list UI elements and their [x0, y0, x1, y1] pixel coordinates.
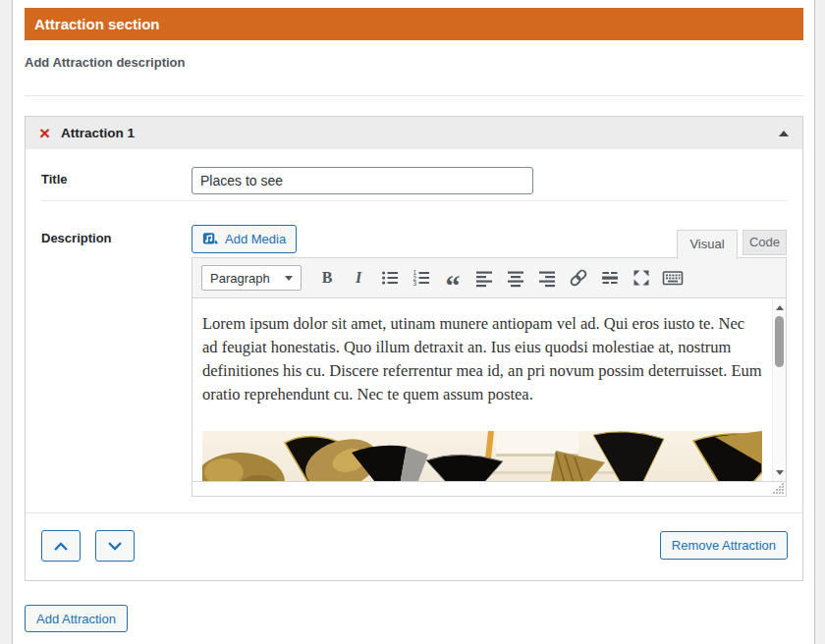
bold-button[interactable]: B — [314, 265, 340, 291]
paragraph-dropdown[interactable]: Paragraph — [201, 265, 302, 291]
divider — [26, 512, 802, 513]
media-icon — [202, 231, 219, 247]
numbered-list-button[interactable]: 1 2 3 — [409, 265, 434, 291]
embedded-image[interactable] — [202, 431, 762, 481]
attraction-panel: × Attraction 1 Title Description Add Med… — [25, 116, 803, 581]
keyboard-toggle-button[interactable] — [660, 265, 686, 291]
editor-toolbar: Paragraph B I 1 2 3 — [192, 258, 786, 298]
divider — [25, 95, 803, 96]
resize-grip-icon[interactable] — [773, 483, 784, 494]
editor-content-area[interactable]: Lorem ipsum dolor sit amet, utinam muner… — [192, 298, 772, 481]
description-field-label: Description — [41, 231, 112, 245]
italic-button[interactable]: I — [346, 265, 371, 291]
read-more-icon — [600, 268, 620, 288]
bulleted-list-button[interactable] — [377, 265, 403, 291]
carnival-fans-image — [202, 431, 762, 481]
paragraph-dropdown-label: Paragraph — [210, 271, 270, 286]
editor-statusbar — [192, 481, 786, 496]
editor-scrollbar[interactable] — [772, 298, 786, 481]
tab-visual[interactable]: Visual — [677, 230, 738, 259]
title-field-label: Title — [41, 172, 68, 187]
scroll-down-icon[interactable] — [773, 465, 787, 479]
align-left-button[interactable] — [471, 265, 497, 291]
fullscreen-button[interactable] — [629, 265, 654, 291]
chevron-down-icon — [107, 541, 123, 552]
attraction-header-bar[interactable]: × Attraction 1 — [26, 117, 802, 149]
metabox-title: Attraction section — [34, 16, 160, 32]
chevron-up-icon — [53, 541, 69, 552]
align-right-icon — [537, 268, 557, 288]
wysiwyg-editor: Paragraph B I 1 2 3 — [192, 257, 787, 497]
collapse-toggle-icon[interactable] — [779, 131, 789, 136]
remove-attraction-icon[interactable]: × — [39, 126, 50, 141]
svg-text:3: 3 — [413, 280, 417, 287]
remove-attraction-button[interactable]: Remove Attraction — [660, 531, 788, 560]
add-attraction-button[interactable]: Add Attraction — [25, 605, 128, 632]
numbered-list-icon: 1 2 3 — [412, 268, 431, 288]
attraction-title: Attraction 1 — [61, 126, 135, 140]
title-input[interactable] — [192, 167, 533, 194]
add-media-button[interactable]: Add Media — [192, 225, 297, 253]
scrollbar-thumb[interactable] — [775, 316, 784, 367]
add-media-label: Add Media — [225, 232, 286, 246]
metabox-header: Attraction section — [25, 8, 803, 40]
divider — [41, 200, 788, 201]
align-center-icon — [506, 268, 525, 288]
align-right-button[interactable] — [534, 265, 560, 291]
scroll-up-icon[interactable] — [773, 300, 787, 314]
bulleted-list-icon — [380, 268, 400, 288]
tab-code[interactable]: Code — [742, 230, 787, 255]
wp-admin-page: Attraction section Add Attraction descri… — [0, 0, 825, 644]
keyboard-icon — [662, 268, 684, 288]
metabox-description: Add Attraction description — [25, 55, 185, 70]
move-down-button[interactable] — [95, 530, 135, 562]
editor-paragraph: Lorem ipsum dolor sit amet, utinam muner… — [202, 312, 762, 406]
read-more-button[interactable] — [597, 265, 623, 291]
blockquote-button[interactable]: “ — [440, 265, 466, 291]
insert-link-button[interactable] — [566, 265, 591, 291]
chevron-down-icon — [285, 276, 293, 281]
link-icon — [569, 268, 588, 288]
align-left-icon — [474, 268, 494, 288]
move-up-button[interactable] — [41, 530, 81, 562]
fullscreen-icon — [632, 268, 651, 288]
align-center-button[interactable] — [503, 265, 528, 291]
